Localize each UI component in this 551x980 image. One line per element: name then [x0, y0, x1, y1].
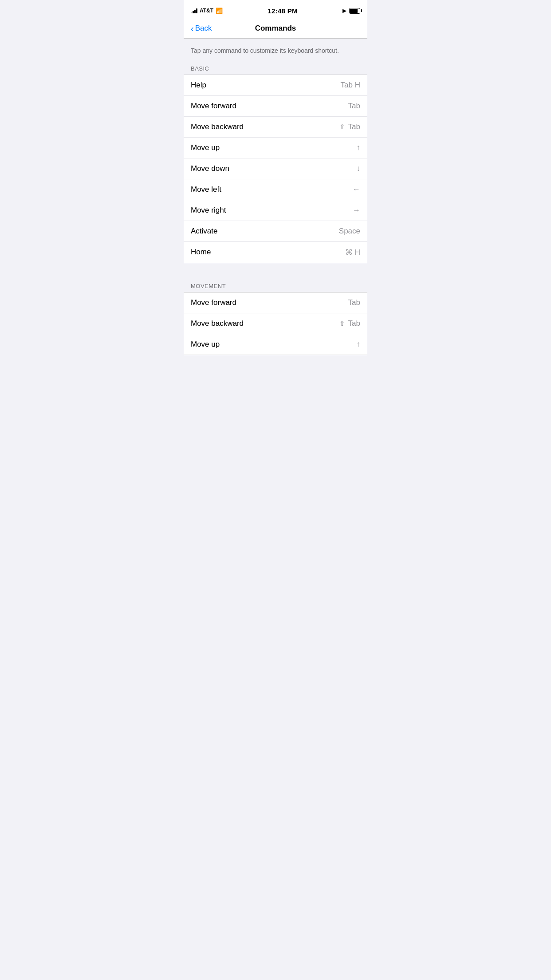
- shortcut-label: Tab: [348, 298, 360, 307]
- status-right: ▶: [342, 8, 360, 14]
- list-item[interactable]: Move backward ⇧ Tab: [184, 313, 367, 334]
- shift-symbol: ⇧: [339, 123, 345, 131]
- command-label: Move backward: [191, 122, 244, 131]
- status-bar: AT&T 📶 12:48 PM ▶: [184, 0, 367, 20]
- command-label: Move right: [191, 206, 226, 215]
- list-item[interactable]: Move forward Tab: [184, 292, 367, 313]
- content-area: Tap any command to customize its keyboar…: [184, 39, 367, 355]
- list-item[interactable]: Move up ↑: [184, 334, 367, 355]
- battery-icon: [349, 8, 360, 14]
- info-text: Tap any command to customize its keyboar…: [184, 39, 367, 62]
- basic-commands-list: Help Tab H Move forward Tab Move backwar…: [184, 75, 367, 263]
- command-label: Move up: [191, 340, 220, 349]
- battery-fill: [350, 9, 358, 13]
- shortcut-label: ←: [353, 185, 360, 194]
- command-label: Move up: [191, 143, 220, 152]
- command-label: Home: [191, 248, 211, 257]
- shortcut-label: Tab H: [341, 81, 360, 90]
- shortcut-label: ↑: [357, 143, 361, 152]
- signal-bars: [191, 8, 197, 13]
- movement-commands-list: Move forward Tab Move backward ⇧ Tab Mov…: [184, 292, 367, 355]
- list-item[interactable]: Move up ↑: [184, 138, 367, 158]
- location-icon: ▶: [342, 8, 346, 14]
- shortcut-label: ⌘ H: [345, 248, 360, 257]
- shift-symbol: ⇧: [339, 320, 345, 328]
- list-item[interactable]: Move down ↓: [184, 158, 367, 179]
- nav-bar: ‹ Back Commands: [184, 20, 367, 39]
- section-header-movement: MOVEMENT: [184, 279, 367, 292]
- list-item[interactable]: Move left ←: [184, 179, 367, 200]
- command-label: Move left: [191, 185, 221, 194]
- shortcut-label: ↓: [357, 164, 361, 173]
- command-label: Activate: [191, 227, 217, 236]
- shortcut-label: ⇧ Tab: [339, 122, 360, 131]
- list-item[interactable]: Activate Space: [184, 221, 367, 242]
- command-label: Help: [191, 81, 206, 90]
- shortcut-label: Tab: [348, 102, 360, 111]
- page-title: Commands: [255, 24, 296, 33]
- section-gap: [184, 263, 367, 279]
- status-left: AT&T 📶: [191, 8, 223, 14]
- command-label: Move forward: [191, 298, 236, 307]
- command-label: Move down: [191, 164, 229, 173]
- back-button[interactable]: ‹ Back: [191, 24, 212, 33]
- status-time: 12:48 PM: [268, 7, 297, 15]
- shortcut-label: ↑: [357, 340, 361, 349]
- section-header-basic: BASIC: [184, 62, 367, 75]
- shortcut-label: →: [353, 206, 360, 215]
- signal-bar-2: [193, 11, 194, 13]
- list-item[interactable]: Move backward ⇧ Tab: [184, 117, 367, 138]
- carrier-label: AT&T: [200, 8, 213, 14]
- signal-bar-4: [196, 8, 197, 13]
- list-item[interactable]: Help Tab H: [184, 75, 367, 96]
- back-chevron-icon: ‹: [191, 24, 194, 33]
- command-label: Move forward: [191, 102, 236, 111]
- shortcut-label: ⇧ Tab: [339, 319, 360, 328]
- shortcut-label: Space: [339, 227, 360, 236]
- list-item[interactable]: Home ⌘ H: [184, 242, 367, 263]
- signal-bar-3: [194, 10, 196, 13]
- list-item[interactable]: Move forward Tab: [184, 96, 367, 117]
- wifi-icon: 📶: [216, 8, 223, 14]
- list-item[interactable]: Move right →: [184, 200, 367, 221]
- command-label: Move backward: [191, 319, 244, 328]
- signal-bar-1: [191, 12, 192, 13]
- back-label: Back: [195, 24, 212, 33]
